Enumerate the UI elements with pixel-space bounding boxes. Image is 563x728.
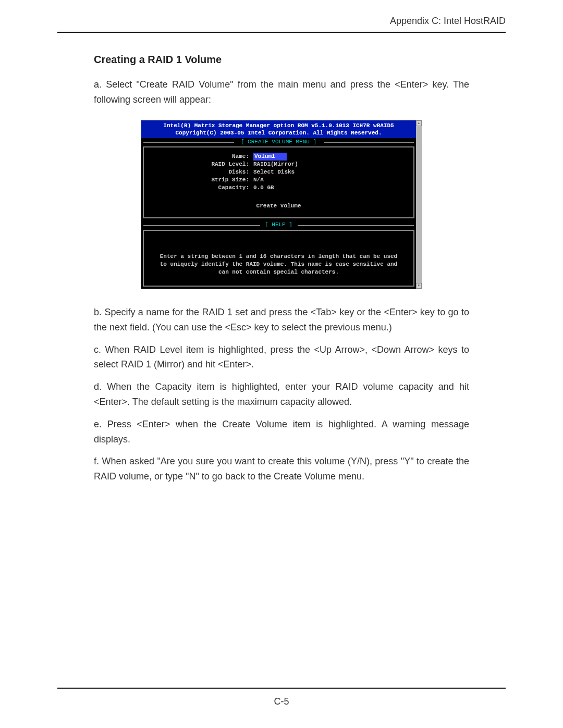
paragraph-d: d. When the Capacity item is highlighted… [94, 379, 469, 410]
bios-help-text-3: can not contain special characters. [150, 268, 407, 276]
bios-help-label: [ HELP ] [141, 221, 416, 229]
paragraph-e: e. Press <Enter> when the Create Volume … [94, 417, 469, 447]
bios-help-text-2: to uniquely identify the RAID volume. Th… [150, 261, 407, 268]
bios-help-panel: Enter a string between 1 and 16 characte… [143, 230, 414, 287]
field-disks-value[interactable]: Select Disks [253, 168, 295, 176]
bios-menu-label: [ CREATE VOLUME MENU ] [141, 138, 416, 145]
field-raidlevel-label: RAID Level: [149, 161, 253, 168]
paragraph-b: b. Specify a name for the RAID 1 set and… [94, 305, 469, 335]
header-rule [57, 31, 506, 33]
field-name-value[interactable]: Volum1 [253, 153, 287, 161]
scroll-down-icon: ▾ [416, 283, 422, 289]
field-capacity-label: Capacity: [149, 184, 253, 192]
field-name-label: Name: [149, 153, 253, 161]
create-volume-button[interactable]: Create Volume [149, 203, 408, 209]
field-stripsize-label: Strip Size: [149, 176, 253, 184]
bios-title-line2: Copyright(C) 2003-05 Intel Corporation. … [146, 129, 411, 137]
section-title: Creating a RAID 1 Volume [94, 54, 469, 66]
footer-rule [57, 687, 506, 689]
running-head: Appendix C: Intel HostRAID [57, 16, 506, 31]
bios-title: Intel(R) Matrix Storage Manager option R… [141, 120, 416, 139]
bios-help-text-1: Enter a string between 1 and 16 characte… [150, 253, 407, 261]
page-number: C-5 [0, 696, 563, 707]
field-disks-label: Disks: [149, 168, 253, 176]
field-stripsize-value[interactable]: N/A [253, 176, 264, 184]
field-capacity-value[interactable]: 0.0 GB [253, 184, 274, 192]
scrollbar: ▴ ▾ [416, 120, 422, 289]
paragraph-c: c. When RAID Level item is highlighted, … [94, 342, 469, 373]
paragraph-a: a. Select "Create RAID Volume" from the … [94, 77, 469, 107]
field-raidlevel-value[interactable]: RAID1(Mirror) [253, 161, 298, 168]
bios-create-panel: Name: Volum1 RAID Level: RAID1(Mirror) D… [143, 146, 414, 218]
bios-screenshot: ▴ ▾ Intel(R) Matrix Storage Manager opti… [94, 120, 469, 289]
bios-title-line1: Intel(R) Matrix Storage Manager option R… [146, 122, 411, 129]
scroll-up-icon: ▴ [416, 120, 422, 126]
paragraph-f: f. When asked "Are you sure you want to … [94, 454, 469, 484]
